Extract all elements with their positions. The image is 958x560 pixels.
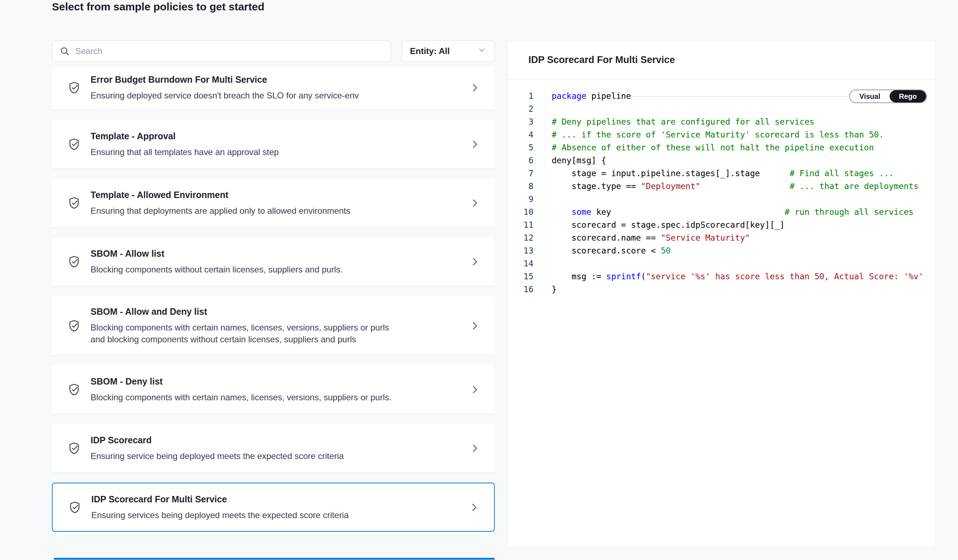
code-lines: 1package pipeline23# Deny pipelines that… xyxy=(508,89,936,296)
policy-title: SBOM - Deny list xyxy=(90,376,406,387)
code-text: deny[msg] { xyxy=(546,154,606,167)
policy-text: IDP Scorecard For Multi ServiceEnsuring … xyxy=(91,494,406,521)
code-text: package pipeline xyxy=(546,89,631,102)
policy-text: SBOM - Allow listBlocking components wit… xyxy=(90,248,406,275)
chevron-right-icon xyxy=(470,257,480,267)
policy-description: Blocking components with certain names, … xyxy=(90,322,406,345)
policy-description: Blocking components without certain lice… xyxy=(90,263,406,275)
page-title: Select from sample policies to get start… xyxy=(52,1,265,13)
policy-list-item[interactable]: IDP ScorecardEnsuring service being depl… xyxy=(52,424,495,473)
policy-text: SBOM - Allow and Deny listBlocking compo… xyxy=(90,306,406,345)
code-text: scorecard.name == "Service Maturity" xyxy=(546,231,750,244)
chevron-right-icon xyxy=(469,502,479,512)
code-line: 16} xyxy=(508,283,936,296)
line-number: 16 xyxy=(508,283,546,296)
code-line: 8 stage.type == "Deployment" # ... that … xyxy=(508,180,936,193)
policy-description: Ensuring service being deployed meets th… xyxy=(90,450,406,462)
policy-list-item[interactable]: Error Budget Burndown For Multi ServiceE… xyxy=(52,67,495,110)
line-number: 10 xyxy=(508,206,546,219)
code-line: 5# Absence of either of these will not h… xyxy=(508,141,936,154)
sample-policy-selector: Select from sample policies to get start… xyxy=(0,0,958,560)
code-text xyxy=(546,257,552,270)
line-number: 7 xyxy=(508,167,546,180)
code-text: scorecard.score < 50 xyxy=(546,244,671,257)
line-number: 4 xyxy=(508,128,546,141)
horizontal-scrollbar[interactable] xyxy=(54,558,495,560)
shield-check-icon xyxy=(67,319,81,333)
line-number: 1 xyxy=(508,89,546,102)
code-line: 4# ... if the score of 'Service Maturity… xyxy=(508,128,936,141)
code-line: 11 scorecard = stage.spec.idpScorecard[k… xyxy=(508,219,936,231)
line-number: 11 xyxy=(508,219,546,231)
policy-title: Error Budget Burndown For Multi Service xyxy=(90,74,406,85)
code-line: 15 msg := sprintf("service '%s' has scor… xyxy=(508,270,936,283)
policy-text: Error Budget Burndown For Multi ServiceE… xyxy=(90,74,406,102)
code-text xyxy=(546,193,552,206)
visual-toggle-button[interactable]: Visual xyxy=(850,90,890,102)
policy-description: Ensuring that all templates have an appr… xyxy=(90,146,406,158)
search-input[interactable] xyxy=(75,46,384,56)
code-text: scorecard = stage.spec.idpScorecard[key]… xyxy=(546,219,785,231)
policy-title: SBOM - Allow list xyxy=(90,248,406,259)
policy-list-item[interactable]: SBOM - Allow and Deny listBlocking compo… xyxy=(52,296,495,355)
code-line: 10 some key # run through all services xyxy=(508,206,936,219)
shield-check-icon xyxy=(68,501,82,514)
chevron-right-icon xyxy=(470,385,480,395)
shield-check-icon xyxy=(67,81,81,95)
policy-list-panel: Entity: All Error Budget Burndown For Mu… xyxy=(52,40,495,532)
policy-list-item[interactable]: SBOM - Allow listBlocking components wit… xyxy=(52,237,495,286)
code-line: 2 xyxy=(508,102,936,115)
line-number: 9 xyxy=(508,193,546,206)
code-text: some key # run through all services xyxy=(546,206,914,219)
rego-toggle-button[interactable]: Rego xyxy=(890,90,926,102)
policy-list-item[interactable]: SBOM - Deny listBlocking components with… xyxy=(52,365,495,414)
shield-check-icon xyxy=(67,383,81,397)
code-line: 9 xyxy=(508,193,936,206)
view-toggle: Visual Rego xyxy=(849,89,927,103)
code-line: 12 scorecard.name == "Service Maturity" xyxy=(508,231,936,244)
code-line: 13 scorecard.score < 50 xyxy=(508,244,936,257)
list-toolbar: Entity: All xyxy=(52,40,495,62)
policy-text: Template - Allowed EnvironmentEnsuring t… xyxy=(90,189,406,217)
line-number: 14 xyxy=(508,257,546,270)
policy-title: IDP Scorecard For Multi Service xyxy=(91,494,406,504)
policy-description: Ensuring services being deployed meets t… xyxy=(91,509,406,521)
code-line: 14 xyxy=(508,257,936,270)
search-icon xyxy=(59,46,70,57)
policy-text: SBOM - Deny listBlocking components with… xyxy=(90,376,406,403)
line-number: 13 xyxy=(508,244,546,257)
code-editor: Visual Rego 1package pipeline23# Deny pi… xyxy=(508,79,936,538)
chevron-right-icon xyxy=(470,198,480,208)
policy-list-item[interactable]: Template - Allowed EnvironmentEnsuring t… xyxy=(52,179,495,228)
policy-description: Ensuring that deployments are applied on… xyxy=(90,205,406,217)
policy-description: Ensuring deployed service doesn't breach… xyxy=(90,89,406,102)
policy-list-item[interactable]: IDP Scorecard For Multi ServiceEnsuring … xyxy=(52,483,495,532)
policy-list: Error Budget Burndown For Multi ServiceE… xyxy=(52,67,495,532)
chevron-right-icon xyxy=(470,139,480,149)
policy-title: Template - Allowed Environment xyxy=(90,189,406,200)
search-box[interactable] xyxy=(52,40,391,62)
entity-filter-dropdown[interactable]: Entity: All xyxy=(402,40,495,62)
policy-detail-panel: IDP Scorecard For Multi Service Visual R… xyxy=(507,40,936,547)
line-number: 12 xyxy=(508,231,546,244)
code-text: # ... if the score of 'Service Maturity'… xyxy=(546,128,884,141)
detail-header: IDP Scorecard For Multi Service xyxy=(508,41,936,79)
entity-filter-value: Entity: All xyxy=(410,46,450,56)
shield-check-icon xyxy=(67,196,81,210)
code-text: } xyxy=(546,283,557,296)
code-text: stage = input.pipeline.stages[_].stage #… xyxy=(546,167,893,180)
chevron-down-icon xyxy=(477,46,487,57)
policy-text: Template - ApprovalEnsuring that all tem… xyxy=(90,131,406,158)
policy-list-item[interactable]: Template - ApprovalEnsuring that all tem… xyxy=(52,120,495,169)
chevron-right-icon xyxy=(470,443,480,453)
code-text xyxy=(546,102,552,115)
line-number: 15 xyxy=(508,270,546,283)
detail-title: IDP Scorecard For Multi Service xyxy=(528,54,675,65)
code-line: 6deny[msg] { xyxy=(508,154,936,167)
policy-text: IDP ScorecardEnsuring service being depl… xyxy=(90,435,406,462)
line-number: 3 xyxy=(508,115,546,128)
code-text: msg := sprintf("service '%s' has score l… xyxy=(546,270,924,283)
code-text: # Deny pipelines that are configured for… xyxy=(546,115,814,128)
code-line: 3# Deny pipelines that are configured fo… xyxy=(508,115,936,128)
code-text: # Absence of either of these will not ha… xyxy=(546,141,874,154)
